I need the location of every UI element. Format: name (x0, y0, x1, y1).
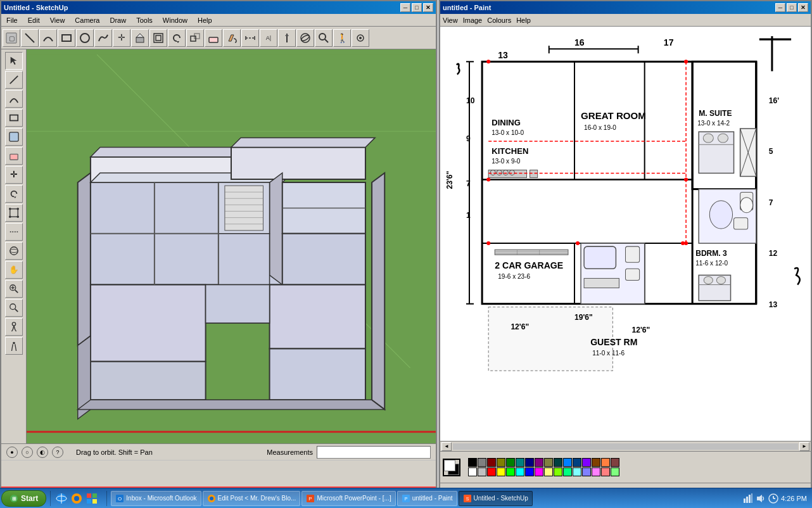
color-olive[interactable] (497, 458, 505, 467)
sidebar-rectangle[interactable] (5, 109, 23, 127)
color-pink[interactable] (592, 467, 600, 476)
menu-help[interactable]: Help (195, 15, 215, 25)
color-spring[interactable] (563, 467, 572, 476)
color-black[interactable] (468, 458, 477, 467)
tool-rectangle[interactable] (58, 29, 75, 47)
color-rose-dark[interactable] (611, 458, 619, 467)
tool-eraser[interactable] (205, 29, 222, 47)
color-gray[interactable] (478, 458, 486, 467)
color-navy2[interactable] (573, 458, 581, 467)
sidebar-select[interactable] (5, 52, 23, 70)
status-icon-3[interactable]: ◐ (37, 447, 48, 458)
sidebar-scale[interactable] (5, 204, 23, 222)
menu-view[interactable]: View (48, 15, 68, 25)
sidebar-tape[interactable] (5, 223, 23, 241)
menu-draw[interactable]: Draw (107, 15, 129, 25)
sketchup-minimize[interactable]: ─ (400, 3, 410, 12)
tool-pushpull[interactable] (131, 29, 149, 47)
sidebar-orbit[interactable] (5, 242, 23, 260)
color-teal[interactable] (516, 458, 524, 467)
tool-orbit[interactable] (296, 29, 314, 47)
tool-circle[interactable] (76, 29, 94, 47)
paint-maximize[interactable]: □ (787, 3, 797, 12)
color-purple[interactable] (535, 458, 543, 467)
tool-tape[interactable] (241, 29, 259, 47)
color-magenta[interactable] (535, 467, 543, 476)
start-button[interactable]: ⊞ Start (1, 490, 46, 507)
paint-menu-colours[interactable]: Colours (487, 16, 511, 24)
tool-dimensions[interactable]: A| (260, 29, 277, 47)
status-icon-1[interactable]: ● (6, 447, 18, 458)
sketchup-maximize[interactable]: □ (412, 3, 422, 12)
paint-menu-view[interactable]: View (443, 16, 458, 24)
tool-move[interactable]: ✛ (113, 29, 130, 47)
tool-section[interactable] (278, 29, 296, 47)
color-mint[interactable] (611, 467, 619, 476)
paint-menu-help[interactable]: Help (516, 16, 531, 24)
color-silver[interactable] (478, 467, 486, 476)
scroll-left[interactable]: ◄ (441, 442, 452, 451)
sketchup-canvas[interactable] (27, 49, 436, 443)
color-violet[interactable] (582, 458, 591, 467)
color-green[interactable] (506, 458, 515, 467)
taskbar-outlook[interactable]: O Inbox - Microsoft Outlook (111, 491, 201, 506)
color-white[interactable] (468, 467, 477, 476)
sidebar-walk[interactable] (5, 318, 23, 336)
tool-walk[interactable]: 🚶 (333, 29, 351, 47)
color-periwinkle[interactable] (582, 467, 591, 476)
color-navy[interactable] (525, 458, 534, 467)
color-blue[interactable] (525, 467, 534, 476)
tool-scale[interactable] (186, 29, 204, 47)
paint-canvas[interactable]: 13 16 17 (440, 27, 811, 441)
sidebar-zoom[interactable] (5, 280, 23, 298)
paint-menu-image[interactable]: Image (463, 16, 483, 24)
taskbar-firefox[interactable]: Edit Post < Mr. Drew's Blo... (203, 491, 301, 506)
tool-look[interactable] (352, 29, 369, 47)
color-lime[interactable] (506, 467, 515, 476)
tool-offset[interactable] (149, 29, 167, 47)
tool-zoom[interactable] (315, 29, 333, 47)
color-yellow[interactable] (497, 467, 505, 476)
tool-freehand[interactable] (94, 29, 112, 47)
color-orange[interactable] (601, 458, 610, 467)
taskbar-paint[interactable]: P untitled - Paint (397, 491, 457, 506)
paint-close[interactable]: ✕ (798, 3, 808, 12)
paint-scrollbar-horizontal[interactable]: ◄ ► (440, 441, 811, 451)
paint-minimize[interactable]: ─ (775, 3, 785, 12)
color-sky[interactable] (573, 467, 581, 476)
sidebar-zoom-extents[interactable] (5, 299, 23, 317)
taskbar-powerpoint[interactable]: P Microsoft PowerPoint - [...] (301, 491, 395, 506)
color-brown2[interactable] (592, 458, 600, 467)
menu-window[interactable]: Window (160, 15, 190, 25)
sidebar-eraser[interactable] (5, 147, 23, 165)
tool-rotate[interactable] (168, 29, 186, 47)
scroll-right[interactable]: ► (799, 442, 809, 451)
color-army[interactable] (544, 458, 553, 467)
sidebar-pan[interactable]: ✋ (5, 261, 23, 279)
menu-camera[interactable]: Camera (72, 15, 102, 25)
menu-edit[interactable]: Edit (25, 15, 42, 25)
measurements-input[interactable] (317, 446, 431, 459)
color-yellow-light[interactable] (544, 467, 553, 476)
status-icon-2[interactable]: ○ (22, 447, 33, 458)
menu-file[interactable]: File (4, 15, 20, 25)
sidebar-arc[interactable] (5, 90, 23, 108)
tool-arc[interactable] (39, 29, 57, 47)
sidebar-paint[interactable] (5, 128, 23, 146)
tool-paint[interactable] (223, 29, 241, 47)
status-icon-4[interactable]: ? (52, 447, 63, 458)
quicklaunch-windows[interactable] (85, 492, 99, 505)
sidebar-line[interactable] (5, 71, 23, 89)
menu-tools[interactable]: Tools (134, 15, 155, 25)
sidebar-look[interactable] (5, 337, 23, 355)
color-cyan[interactable] (516, 467, 524, 476)
sidebar-move[interactable]: ✛ (5, 166, 23, 184)
color-chartreuse[interactable] (554, 467, 562, 476)
sketchup-close[interactable]: ✕ (423, 3, 433, 12)
color-red[interactable] (487, 467, 496, 476)
color-dark-teal[interactable] (554, 458, 562, 467)
taskbar-sketchup[interactable]: S Untitled - SketchUp (459, 491, 533, 506)
background-color[interactable] (444, 460, 455, 471)
sidebar-rotate[interactable] (5, 185, 23, 203)
tool-line[interactable] (21, 29, 39, 47)
